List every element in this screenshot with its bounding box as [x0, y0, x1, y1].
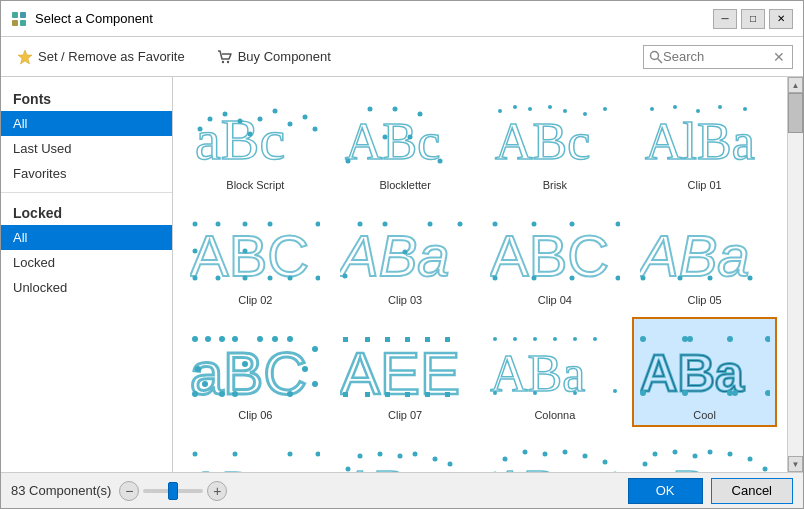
svg-point-155: [582, 453, 587, 458]
svg-point-78: [192, 391, 198, 397]
font-preview-clip06: aBC: [189, 327, 322, 405]
svg-point-112: [493, 337, 497, 341]
svg-point-152: [522, 449, 527, 454]
font-item-clip01[interactable]: AlBa Clip 01: [632, 87, 777, 197]
svg-text:ABa: ABa: [490, 460, 580, 473]
svg-point-80: [195, 366, 201, 372]
favorite-label: Set / Remove as Favorite: [38, 49, 185, 64]
svg-point-47: [288, 275, 293, 280]
svg-point-116: [573, 337, 577, 341]
font-name-clip02: Clip 02: [238, 294, 272, 306]
stepper-track[interactable]: [143, 489, 203, 493]
svg-text:ABC: ABC: [490, 223, 609, 288]
svg-point-94: [312, 381, 318, 387]
favorite-button[interactable]: Set / Remove as Favorite: [11, 46, 191, 68]
font-name-cool: Cool: [693, 409, 716, 421]
svg-point-154: [562, 449, 567, 454]
font-name-brisk: Brisk: [543, 179, 567, 191]
scroll-down-button[interactable]: ▼: [788, 456, 803, 472]
close-button[interactable]: ✕: [769, 9, 793, 29]
cancel-button[interactable]: Cancel: [711, 478, 793, 504]
svg-point-146: [433, 456, 438, 461]
minimize-button[interactable]: ─: [713, 9, 737, 29]
font-name-block-script: Block Script: [226, 179, 284, 191]
search-box: ✕: [643, 45, 793, 69]
svg-point-73: [640, 275, 645, 280]
ok-button[interactable]: OK: [628, 478, 703, 504]
svg-point-57: [343, 273, 348, 278]
svg-point-113: [513, 337, 517, 341]
maximize-button[interactable]: □: [741, 9, 765, 29]
svg-point-51: [243, 221, 248, 226]
svg-rect-105: [405, 392, 410, 397]
scrollbar-track[interactable]: [788, 93, 803, 456]
svg-point-29: [498, 109, 502, 113]
svg-point-121: [640, 390, 646, 396]
svg-point-141: [346, 466, 351, 471]
font-item-colonna[interactable]: ABa Colonna: [483, 317, 628, 427]
sidebar-item-all-fonts[interactable]: All: [1, 111, 172, 136]
svg-point-24: [418, 111, 423, 116]
font-item-courier[interactable]: ABa Courier: [183, 432, 328, 472]
svg-point-167: [762, 466, 767, 471]
svg-point-7: [651, 51, 659, 59]
increase-button[interactable]: +: [207, 481, 227, 501]
font-grid: aBc: [173, 77, 787, 472]
scroll-up-button[interactable]: ▲: [788, 77, 803, 93]
svg-point-41: [743, 107, 747, 111]
svg-point-164: [707, 449, 712, 454]
svg-point-143: [378, 451, 383, 456]
font-preview-curly02: ABa: [489, 442, 622, 472]
sidebar-item-all-locked[interactable]: All: [1, 225, 172, 250]
svg-text:ABc: ABc: [495, 113, 590, 170]
buy-button[interactable]: Buy Component: [211, 46, 337, 68]
svg-point-50: [216, 221, 221, 226]
svg-point-40: [718, 105, 722, 109]
search-clear-button[interactable]: ✕: [773, 49, 785, 65]
svg-rect-101: [385, 337, 390, 342]
svg-point-82: [205, 336, 211, 342]
svg-text:ABc: ABc: [345, 113, 440, 170]
sidebar-item-locked[interactable]: Locked: [1, 250, 172, 275]
decrease-button[interactable]: −: [119, 481, 139, 501]
sidebar-item-unlocked[interactable]: Unlocked: [1, 275, 172, 300]
font-item-cool[interactable]: ABa ABa: [632, 317, 777, 427]
font-item-curly02[interactable]: ABa Curly 02: [483, 432, 628, 472]
svg-point-58: [358, 221, 363, 226]
svg-point-83: [219, 336, 225, 342]
font-item-clip03[interactable]: ABa Clip 03: [333, 202, 478, 312]
font-item-block-script[interactable]: aBc: [183, 87, 328, 197]
search-input[interactable]: [663, 49, 773, 64]
svg-point-15: [258, 116, 263, 121]
font-item-clip02[interactable]: ABC: [183, 202, 328, 312]
svg-point-22: [368, 106, 373, 111]
svg-point-39: [696, 109, 700, 113]
scrollbar-thumb[interactable]: [788, 93, 803, 133]
status-left: 83 Component(s) − +: [11, 481, 227, 501]
font-preview-curly03: aBe: [638, 442, 771, 472]
svg-point-13: [238, 118, 243, 123]
font-item-clip05[interactable]: ABa Clip 05: [632, 202, 777, 312]
svg-point-17: [288, 121, 293, 126]
size-stepper: − +: [119, 481, 227, 501]
svg-point-45: [243, 275, 248, 280]
sidebar-item-last-used[interactable]: Last Used: [1, 136, 172, 161]
font-item-brisk[interactable]: ABc Brisk: [483, 87, 628, 197]
font-item-clip07[interactable]: AEE: [333, 317, 478, 427]
font-item-curly01[interactable]: ABa Curly 01: [333, 432, 478, 472]
locked-section-label: Locked: [1, 199, 172, 225]
svg-point-91: [287, 391, 293, 397]
svg-point-27: [408, 134, 413, 139]
svg-point-92: [302, 366, 308, 372]
font-item-clip04[interactable]: ABC Clip 04: [483, 202, 628, 312]
svg-point-142: [358, 453, 363, 458]
svg-rect-102: [405, 337, 410, 342]
font-item-blockletter[interactable]: ABc Blockletter: [333, 87, 478, 197]
svg-point-35: [603, 107, 607, 111]
svg-rect-104: [445, 337, 450, 342]
font-item-curly03[interactable]: aBe Curly 03: [632, 432, 777, 472]
svg-point-71: [615, 221, 620, 226]
svg-point-55: [243, 248, 248, 253]
sidebar-item-favorites[interactable]: Favorites: [1, 161, 172, 186]
font-item-clip06[interactable]: aBC: [183, 317, 328, 427]
